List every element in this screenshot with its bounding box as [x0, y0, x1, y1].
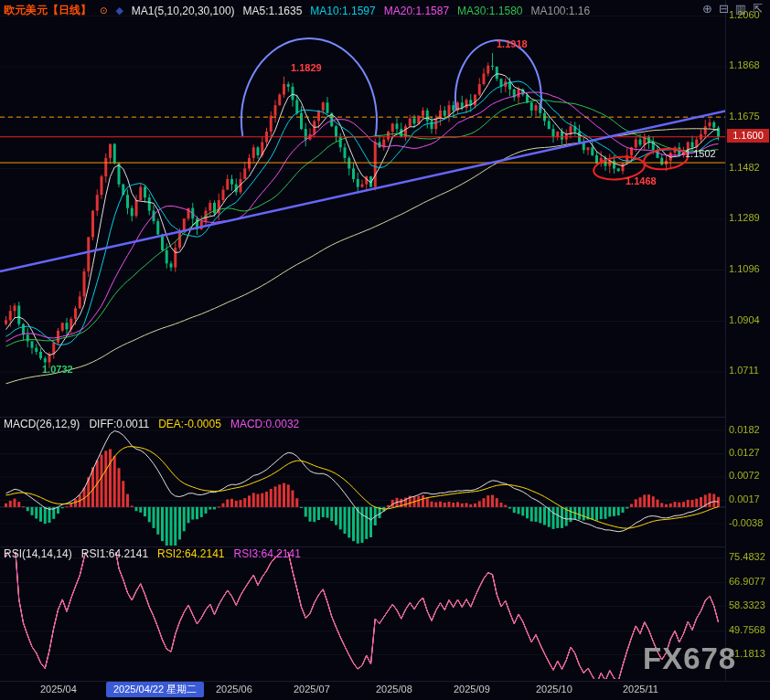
rsi-axis-label: 58.3323 — [729, 599, 765, 610]
time-axis-label: 2025/06 — [216, 684, 252, 695]
chart-header: 欧元美元【日线】 ⊙ ◆ MA1(5,10,20,30,100) MA5:1.1… — [4, 3, 590, 18]
time-axis-label: 2025/08 — [376, 684, 412, 695]
rsi3-value: RSI3:64.2141 — [234, 547, 301, 560]
price-axis-label: 1.1482 — [729, 162, 760, 173]
macd-axis-label: 0.0127 — [729, 447, 760, 458]
macd-dea-value: DEA:-0.0005 — [158, 418, 221, 430]
link-icon[interactable]: ⊙ — [100, 5, 107, 16]
ma-settings-label[interactable]: MA1(5,10,20,30,100) — [132, 5, 235, 17]
macd-title[interactable]: MACD(26,12,9) — [4, 418, 80, 430]
rsi2-value: RSI2:64.2141 — [157, 547, 224, 560]
time-axis-label: 2025/10 — [536, 684, 572, 695]
rsi-title[interactable]: RSI(14,14,14) — [4, 547, 72, 560]
annotation-july-high: 1.1829 — [291, 62, 322, 73]
symbol-title[interactable]: 欧元美元【日线】 — [4, 3, 91, 18]
support-price-label: 1.1502 — [685, 148, 716, 159]
macd-axis-label: 0.0182 — [729, 424, 760, 435]
rsi-axis-label: 75.4832 — [729, 551, 765, 562]
diamond-icon: ◆ — [115, 5, 123, 16]
annotation-oct-low: 1.1468 — [626, 175, 657, 186]
ma20-value: MA20:1.1587 — [384, 5, 449, 17]
ma100-value: MA100:1.16 — [531, 5, 591, 17]
price-axis-label: 1.1675 — [729, 111, 760, 122]
macd-axis-label: 0.0072 — [729, 470, 760, 481]
price-axis-label: 1.0904 — [729, 314, 760, 325]
rsi-axis-label: 66.9077 — [729, 576, 765, 587]
macd-diff-value: DIFF:0.0011 — [89, 418, 149, 430]
macd-axis-label: 0.0017 — [729, 493, 760, 504]
time-axis-label: 2025/09 — [454, 684, 490, 695]
rsi-axis-label: 49.7568 — [729, 624, 765, 635]
trading-chart-window: 欧元美元【日线】 ⊙ ◆ MA1(5,10,20,30,100) MA5:1.1… — [0, 0, 770, 700]
time-axis-label: 2025/11 — [623, 684, 658, 695]
annotation-sept-high: 1.1918 — [497, 38, 528, 49]
rsi1-value: RSI1:64.2141 — [81, 547, 148, 560]
ma10-value: MA10:1.1597 — [310, 5, 375, 17]
fx678-watermark: FX678 — [643, 642, 736, 676]
macd-value: MACD:0.0032 — [230, 418, 299, 430]
time-axis-label: 2025/04 — [40, 684, 77, 695]
macd-axis-label: -0.0038 — [729, 517, 763, 528]
price-axis-label: 1.1096 — [729, 263, 760, 274]
zoom-in-icon[interactable]: ⊕ — [702, 2, 712, 16]
macd-header: MACD(26,12,9) DIFF:0.0011 DEA:-0.0005 MA… — [4, 418, 299, 430]
price-axis-label: 1.2060 — [729, 9, 760, 20]
price-axis-label: 1.0711 — [729, 365, 759, 376]
chart-canvas[interactable] — [0, 0, 770, 700]
ma30-value: MA30:1.1580 — [457, 5, 522, 17]
last-price-tag: 1.1600 — [727, 129, 769, 143]
ma5-value: MA5:1.1635 — [243, 5, 303, 17]
selected-date-tag: 2025/04/22 星期二 — [106, 682, 204, 697]
price-axis-label: 1.1289 — [729, 212, 760, 223]
rsi-header: RSI(14,14,14) RSI1:64.2141 RSI2:64.2141 … — [4, 547, 301, 560]
price-axis-label: 1.1868 — [729, 59, 760, 70]
annotation-april-low: 1.0732 — [42, 364, 73, 375]
zoom-out-icon[interactable]: ⊟ — [719, 2, 729, 16]
time-axis-label: 2025/07 — [294, 684, 330, 695]
